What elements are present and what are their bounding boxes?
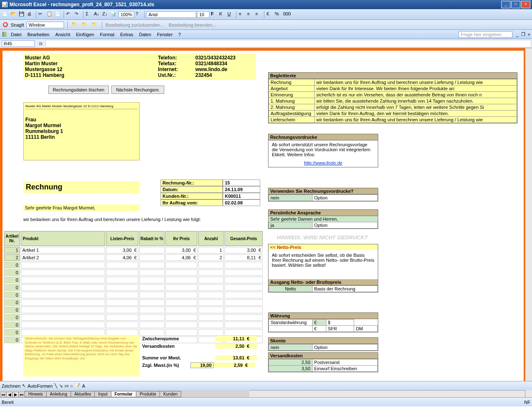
paste-icon[interactable]: 📄 xyxy=(54,11,62,18)
tab-formular[interactable]: Formular xyxy=(111,391,136,397)
versand-price-1[interactable]: 2,50 xyxy=(269,359,313,366)
copy-icon[interactable]: 📋 xyxy=(46,11,54,18)
doc-minimize[interactable]: _ xyxy=(516,32,518,37)
vordrucke-link[interactable]: http://www.lindo.de xyxy=(304,160,342,165)
name-box[interactable]: R45 xyxy=(2,40,35,47)
item-row[interactable]: 0 xyxy=(4,292,263,298)
horizontal-scrollbar[interactable] xyxy=(249,390,525,397)
textbox-icon[interactable]: 📝 xyxy=(74,383,80,388)
select-icon[interactable]: ↖ xyxy=(22,383,26,388)
zoom-box[interactable]: 100% xyxy=(118,11,134,18)
ask-question-box[interactable]: Frage hier eingeben xyxy=(458,31,512,38)
sheet-content[interactable]: Muster AGTelefon:0321/3432432423 Martin … xyxy=(2,51,524,390)
item-row[interactable]: 0 xyxy=(4,262,263,268)
fx-icon[interactable]: fx xyxy=(37,41,45,46)
new-icon[interactable]: 📄 xyxy=(2,11,9,18)
tab-last-icon[interactable]: ⏭ xyxy=(19,392,25,397)
menu-datei[interactable]: Datei xyxy=(8,31,24,38)
close-button[interactable]: × xyxy=(521,1,530,8)
minimize-button[interactable]: _ xyxy=(501,1,510,8)
next-invoice-button[interactable]: Nächste Rechungsnr. xyxy=(111,86,164,94)
snagit-profile[interactable]: Window xyxy=(27,22,64,28)
customer-nr[interactable]: K00011 xyxy=(223,193,260,199)
currency-icon[interactable]: € xyxy=(266,11,273,18)
tab-prev-icon[interactable]: ◀ xyxy=(6,392,12,397)
item-row[interactable]: 0 xyxy=(4,277,263,283)
folder-icon[interactable]: 📁 xyxy=(81,21,89,29)
tab-hinweis[interactable]: Hinweis xyxy=(25,391,47,397)
tab-first-icon[interactable]: ⏮ xyxy=(0,392,6,397)
maximize-button[interactable]: □ xyxy=(511,1,520,8)
item-row[interactable]: 0 xyxy=(4,322,263,328)
tab-anleitung[interactable]: Anleitung xyxy=(46,391,71,397)
vertical-scrollbar[interactable] xyxy=(525,48,532,397)
save-icon[interactable]: 💾 xyxy=(18,11,26,18)
tab-produkte[interactable]: Produkte xyxy=(136,391,160,397)
item-row[interactable]: 0 xyxy=(4,314,263,321)
skonto-answer[interactable]: nein xyxy=(269,344,313,351)
vordrucke-answer[interactable]: nein xyxy=(269,195,313,201)
autoshapes-menu[interactable]: AutoFormen xyxy=(27,384,53,388)
sort-desc-icon[interactable]: Z↓ xyxy=(102,11,109,18)
formula-input[interactable] xyxy=(45,40,531,47)
doc-close[interactable]: × xyxy=(528,32,530,37)
redo-icon[interactable]: ↷ xyxy=(74,11,81,18)
help-icon[interactable]: ? xyxy=(135,11,143,18)
font-name-box[interactable]: Arial xyxy=(146,11,196,18)
tab-aktuelles[interactable]: Aktuelles xyxy=(71,391,95,397)
item-row[interactable]: 2Artikel 24,06 €4,06 €28,11 € xyxy=(4,254,263,261)
italic-icon[interactable]: K xyxy=(219,11,226,18)
ansprache-value[interactable]: Sehr geehrte Damen und Herren, xyxy=(268,216,378,222)
menu-fenster[interactable]: Fenster xyxy=(155,31,175,38)
begleit-row[interactable]: Angebotvielen Dank für Ihr Interesse. Wi… xyxy=(269,86,517,92)
begleit-row[interactable]: Auftragsbestätigungvielen Dank für Ihren… xyxy=(269,111,517,117)
invoice-nr[interactable]: 15 xyxy=(223,179,260,186)
arrow-icon[interactable]: ↘ xyxy=(59,383,63,388)
excel-doc-icon[interactable]: 📗 xyxy=(2,32,7,37)
tab-input[interactable]: Input xyxy=(94,391,111,397)
item-row[interactable]: 0 xyxy=(4,307,263,313)
chart-icon[interactable]: 📊 xyxy=(110,11,118,18)
menu-ansicht[interactable]: Ansicht xyxy=(53,31,73,38)
menu-einfuegen[interactable]: Einfügen xyxy=(74,31,96,38)
review-send[interactable]: Bearbeitung zurücksenden... xyxy=(106,22,164,27)
undo-icon[interactable]: ↶ xyxy=(66,11,73,18)
sort-asc-icon[interactable]: A↓ xyxy=(94,11,101,18)
align-center-icon[interactable]: ≡ xyxy=(246,11,254,18)
folder-icon[interactable]: 📁 xyxy=(91,21,99,29)
menu-bearbeiten[interactable]: Bearbeiten xyxy=(25,31,52,38)
wordart-icon[interactable]: A xyxy=(82,384,85,388)
currency-eur[interactable]: € xyxy=(312,320,326,326)
folder-icon[interactable]: 📁 xyxy=(71,21,79,29)
begleit-row[interactable]: 1. Mahnungwir bitten Sie, die ausstehend… xyxy=(269,98,517,104)
begleit-row[interactable]: Erinnerungsicherlich ist es nur ein Vers… xyxy=(269,92,517,98)
tab-kunden[interactable]: Kunden xyxy=(160,391,181,397)
item-row[interactable]: 0 xyxy=(4,299,263,306)
underline-icon[interactable]: U xyxy=(227,11,234,18)
menu-extras[interactable]: Extras xyxy=(118,31,135,38)
menu-help[interactable]: ? xyxy=(176,31,183,38)
item-row[interactable]: 1Artikel 13,00 €3,00 €13,00 € xyxy=(4,247,263,253)
font-size-box[interactable]: 10 xyxy=(197,11,209,18)
mwst-pct[interactable]: 19,00 xyxy=(190,362,214,368)
align-right-icon[interactable]: ≡ xyxy=(255,11,262,18)
doc-restore[interactable]: ❐ xyxy=(521,32,525,37)
sum-icon[interactable]: Σ xyxy=(85,11,93,18)
item-row[interactable]: 0 xyxy=(4,284,263,291)
item-row[interactable]: 0 xyxy=(4,269,263,276)
print-icon[interactable]: 🖨 xyxy=(27,11,34,18)
begleit-row[interactable]: Rechnungwir bedanken uns für Ihren Auftr… xyxy=(269,79,517,86)
rect-icon[interactable]: ▭ xyxy=(64,383,69,388)
thousands-icon[interactable]: 000 xyxy=(283,11,290,18)
netto-answer[interactable]: Netto xyxy=(269,286,313,292)
open-icon[interactable]: 📂 xyxy=(10,11,17,18)
tab-next-icon[interactable]: ▶ xyxy=(12,392,19,397)
oval-icon[interactable]: ○ xyxy=(70,384,73,388)
begleit-row[interactable]: 2. Mahnungerfolgt die Zahlung nicht inne… xyxy=(269,104,517,111)
menu-format[interactable]: Format xyxy=(97,31,117,38)
cut-icon[interactable]: ✂ xyxy=(38,11,45,18)
clear-invoice-button[interactable]: Rechnungsdaten löschen xyxy=(48,86,109,94)
snagit-icon[interactable]: ⭕ xyxy=(2,22,8,27)
bold-icon[interactable]: F xyxy=(210,11,218,18)
menu-daten[interactable]: Daten xyxy=(136,31,153,38)
